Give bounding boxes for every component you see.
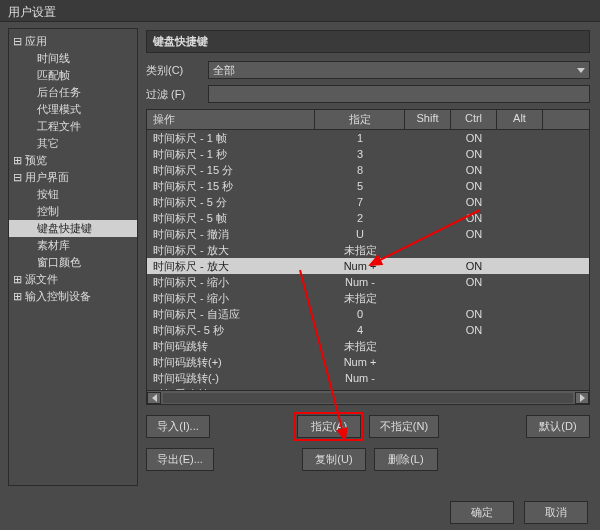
table-row[interactable]: 时间码跳转(-)Num -: [147, 370, 589, 386]
tree-item[interactable]: 代理模式: [9, 101, 137, 118]
scroll-right-icon[interactable]: [575, 392, 589, 404]
unassign-button[interactable]: 不指定(N): [369, 415, 439, 438]
cell-alt: [497, 242, 543, 258]
table-row[interactable]: 时间标尺 - 5 帧2ON: [147, 210, 589, 226]
default-button[interactable]: 默认(D): [526, 415, 590, 438]
main-area: 应用时间线匹配帧后台任务代理模式工程文件其它预览用户界面按钮控制键盘快捷键素材库…: [0, 22, 600, 492]
cell-shift: [405, 242, 451, 258]
cell-assigned: 未指定: [315, 338, 405, 354]
cell-assigned: 4: [315, 322, 405, 338]
table-row[interactable]: 时间标尺 - 5 分7ON: [147, 194, 589, 210]
table-body[interactable]: 时间标尺 - 1 帧1ON时间标尺 - 1 秒3ON时间标尺 - 15 分8ON…: [147, 130, 589, 390]
filter-label: 过滤 (F): [146, 87, 202, 102]
tree-item[interactable]: 用户界面: [9, 169, 137, 186]
table-row[interactable]: 时间标尺 - 放大未指定: [147, 242, 589, 258]
cell-shift: [405, 146, 451, 162]
tree-item[interactable]: 素材库: [9, 237, 137, 254]
table-row[interactable]: 时间标尺 - 15 分8ON: [147, 162, 589, 178]
shortcut-table: 操作 指定 Shift Ctrl Alt 时间标尺 - 1 帧1ON时间标尺 -…: [146, 109, 590, 405]
table-row[interactable]: 时间标尺 - 缩小Num -ON: [147, 274, 589, 290]
cell-alt: [497, 146, 543, 162]
export-button[interactable]: 导出(E)...: [146, 448, 214, 471]
import-button[interactable]: 导入(I)...: [146, 415, 210, 438]
horizontal-scrollbar[interactable]: [147, 390, 589, 404]
tree-item[interactable]: 其它: [9, 135, 137, 152]
cell-assigned: 5: [315, 178, 405, 194]
cell-shift: [405, 210, 451, 226]
cell-assigned: 8: [315, 162, 405, 178]
scroll-left-icon[interactable]: [147, 392, 161, 404]
cell-ctrl: ON: [451, 194, 497, 210]
duplicate-button[interactable]: 复制(U): [302, 448, 366, 471]
cell-assigned: U: [315, 226, 405, 242]
cell-action: 时间标尺 - 15 秒: [147, 178, 315, 194]
tree-item[interactable]: 键盘快捷键: [9, 220, 137, 237]
tree-item[interactable]: 控制: [9, 203, 137, 220]
cell-alt: [497, 306, 543, 322]
tree-item[interactable]: 后台任务: [9, 84, 137, 101]
cell-action: 时间标尺 - 15 分: [147, 162, 315, 178]
cell-alt: [497, 130, 543, 146]
assign-button[interactable]: 指定(A): [297, 415, 361, 438]
table-row[interactable]: 时间码跳转未指定: [147, 338, 589, 354]
ok-button[interactable]: 确定: [450, 501, 514, 524]
cell-action: 时间标尺 - 自适应: [147, 306, 315, 322]
tree-item[interactable]: 预览: [9, 152, 137, 169]
table-row[interactable]: 时间标尺 - 1 秒3ON: [147, 146, 589, 162]
cell-ctrl: ON: [451, 210, 497, 226]
table-row[interactable]: 时间标尺 - 1 帧1ON: [147, 130, 589, 146]
cell-assigned: Num -: [315, 274, 405, 290]
cell-ctrl: [451, 338, 497, 354]
settings-tree[interactable]: 应用时间线匹配帧后台任务代理模式工程文件其它预览用户界面按钮控制键盘快捷键素材库…: [8, 28, 138, 486]
col-alt[interactable]: Alt: [497, 110, 543, 129]
cell-assigned: 3: [315, 146, 405, 162]
delete-button[interactable]: 删除(L): [374, 448, 438, 471]
col-ctrl[interactable]: Ctrl: [451, 110, 497, 129]
cell-assigned: 7: [315, 194, 405, 210]
tree-item[interactable]: 窗口颜色: [9, 254, 137, 271]
tree-item[interactable]: 按钮: [9, 186, 137, 203]
dialog-footer: 确定 取消: [450, 501, 588, 524]
cell-action: 时间标尺 - 缩小: [147, 274, 315, 290]
col-action[interactable]: 操作: [147, 110, 315, 129]
filter-input[interactable]: [208, 85, 590, 103]
cell-ctrl: ON: [451, 162, 497, 178]
table-header: 操作 指定 Shift Ctrl Alt: [147, 110, 589, 130]
tree-item[interactable]: 应用: [9, 33, 137, 50]
table-row[interactable]: 时间标尺 - 自适应0ON: [147, 306, 589, 322]
table-row[interactable]: 时间标尺 - 15 秒5ON: [147, 178, 589, 194]
tree-item[interactable]: 匹配帧: [9, 67, 137, 84]
col-assigned[interactable]: 指定: [315, 110, 405, 129]
cell-ctrl: ON: [451, 306, 497, 322]
tree-item[interactable]: 源文件: [9, 271, 137, 288]
cell-shift: [405, 306, 451, 322]
category-dropdown[interactable]: 全部: [208, 61, 590, 79]
tree-item[interactable]: 时间线: [9, 50, 137, 67]
cell-ctrl: ON: [451, 274, 497, 290]
cell-assigned: 未指定: [315, 242, 405, 258]
cell-alt: [497, 338, 543, 354]
table-row[interactable]: 时间标尺 - 撤消UON: [147, 226, 589, 242]
cell-alt: [497, 226, 543, 242]
table-row[interactable]: 时间标尺 - 缩小未指定: [147, 290, 589, 306]
tree-item[interactable]: 工程文件: [9, 118, 137, 135]
table-row[interactable]: 时间码跳转(+)Num +: [147, 354, 589, 370]
cell-action: 时间标尺 - 1 秒: [147, 146, 315, 162]
tree-item[interactable]: 输入控制设备: [9, 288, 137, 305]
button-row-1: 导入(I)... 指定(A) 不指定(N) 默认(D): [146, 415, 590, 438]
cell-shift: [405, 290, 451, 306]
cell-assigned: 0: [315, 306, 405, 322]
table-row[interactable]: 时间标尺 - 放大Num +ON: [147, 258, 589, 274]
cancel-button[interactable]: 取消: [524, 501, 588, 524]
category-value: 全部: [213, 63, 235, 78]
cell-ctrl: ON: [451, 130, 497, 146]
cell-action: 时间标尺- 5 秒: [147, 322, 315, 338]
scroll-track[interactable]: [163, 393, 573, 403]
cell-ctrl: ON: [451, 178, 497, 194]
cell-alt: [497, 354, 543, 370]
window-title: 用户设置: [0, 0, 600, 22]
cell-action: 时间标尺 - 撤消: [147, 226, 315, 242]
category-label: 类别(C): [146, 63, 202, 78]
col-shift[interactable]: Shift: [405, 110, 451, 129]
table-row[interactable]: 时间标尺- 5 秒4ON: [147, 322, 589, 338]
